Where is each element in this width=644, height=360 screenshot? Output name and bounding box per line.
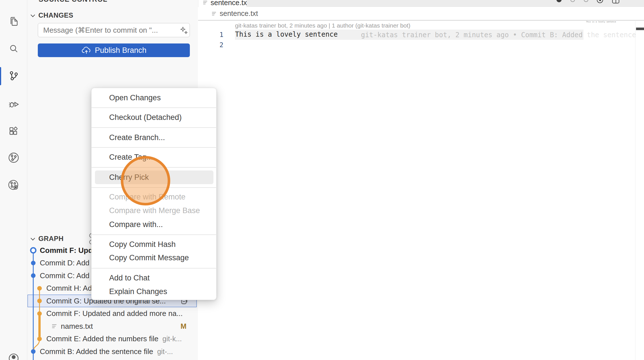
chat-icon[interactable] <box>8 0 20 2</box>
search-icon[interactable] <box>8 43 20 55</box>
vscode-window: SOURCE CONTROL CHANGES Publish Branch <box>0 0 644 360</box>
minimap[interactable]: This is a lovely sentence <box>586 21 616 23</box>
file-icon <box>51 323 57 330</box>
chevron-down-icon <box>31 236 35 240</box>
menu-item-checkout-detached[interactable]: Checkout (Detached) <box>95 111 213 124</box>
codelens-blame[interactable]: git-katas trainer bot, 2 minutes ago | 1… <box>235 22 410 29</box>
breadcrumb-divider <box>198 20 644 21</box>
code-line-1[interactable]: This is a lovely sentence <box>235 30 338 38</box>
menu-item-compare-with-merge-base: Compare with Merge Base <box>95 204 213 217</box>
editor-action-icon[interactable] <box>570 0 575 2</box>
extensions-icon[interactable] <box>8 125 20 137</box>
inline-blame-annotation: git-katas trainer bot, 2 minutes ago • C… <box>361 31 636 39</box>
tab-sentence-txt[interactable]: sentence.txt × <box>198 0 247 7</box>
minimap-border <box>635 20 635 360</box>
menu-item-copy-commit-hash[interactable]: Copy Commit Hash <box>95 238 213 251</box>
changes-header-label: CHANGES <box>38 11 73 19</box>
menu-item-open-changes[interactable]: Open Changes <box>95 91 213 105</box>
publish-branch-label: Publish Branch <box>95 46 147 55</box>
activity-bar <box>0 0 27 360</box>
menu-item-compare-with[interactable]: Compare with... <box>95 218 213 231</box>
menu-separator <box>92 147 217 148</box>
menu-separator <box>92 268 217 269</box>
changes-section-header[interactable]: CHANGES <box>31 11 73 19</box>
blame-toggle-icon[interactable] <box>556 0 562 2</box>
menu-item-copy-commit-message[interactable]: Copy Commit Message <box>95 251 213 265</box>
graph-section-header[interactable]: GRAPH <box>31 235 64 243</box>
commit-message-input[interactable] <box>38 23 190 37</box>
breadcrumb-item[interactable]: sentence.txt <box>220 9 258 18</box>
file-icon <box>202 0 208 5</box>
scrollbar-decoration[interactable] <box>636 28 644 30</box>
line-number: 1 <box>216 31 223 38</box>
graph-header-label: GRAPH <box>38 235 64 243</box>
sidebar-title: SOURCE CONTROL <box>39 0 107 3</box>
breadcrumbs[interactable]: sentence.txt <box>198 7 644 20</box>
modified-badge: M <box>180 322 186 330</box>
chevron-down-icon <box>31 13 35 17</box>
source-control-graph-icon[interactable] <box>8 152 20 164</box>
file-icon <box>211 11 217 16</box>
editor-action-icon[interactable] <box>584 0 588 2</box>
menu-item-add-to-chat[interactable]: Add to Chat <box>95 271 213 285</box>
menu-separator <box>92 107 217 108</box>
explorer-icon[interactable] <box>8 15 20 27</box>
editor-actions <box>551 0 637 6</box>
run-debug-icon[interactable] <box>8 98 20 110</box>
tab-title: sentence.txt <box>211 0 247 7</box>
menu-separator <box>92 127 217 128</box>
active-view-indicator <box>0 67 1 85</box>
source-control-search-icon[interactable] <box>8 179 20 191</box>
sparkle-icon[interactable] <box>179 26 189 36</box>
split-editor-icon[interactable] <box>612 0 619 3</box>
menu-separator <box>92 234 217 235</box>
cloud-upload-icon <box>81 46 92 54</box>
line-number: 2 <box>216 41 223 49</box>
record-dot-icon[interactable] <box>597 0 603 3</box>
menu-item-explain-changes[interactable]: Explain Changes <box>95 285 213 298</box>
publish-branch-button[interactable]: Publish Branch <box>38 43 190 57</box>
account-icon[interactable] <box>8 353 20 360</box>
click-indicator <box>121 156 170 205</box>
menu-item-create-branch[interactable]: Create Branch... <box>95 131 213 144</box>
source-control-icon[interactable] <box>8 70 20 82</box>
